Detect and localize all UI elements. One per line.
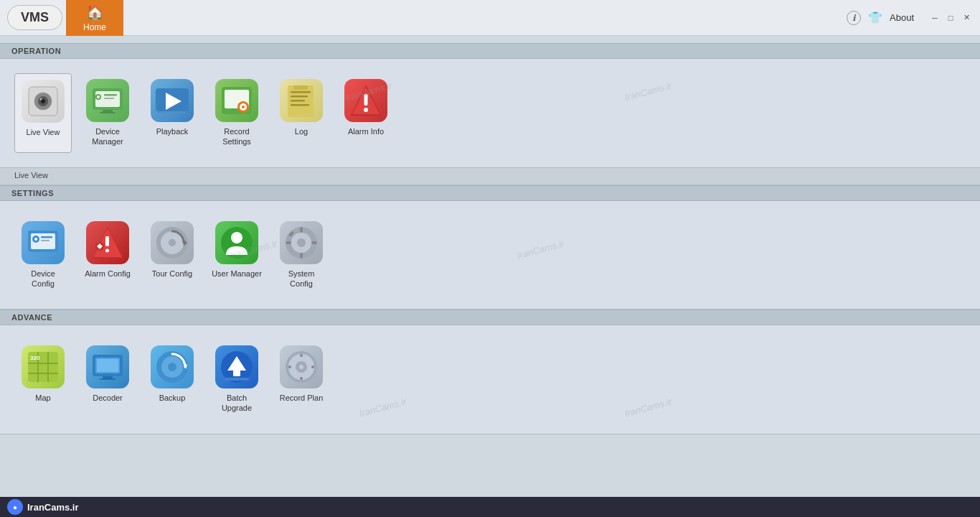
svg-rect-12 [100,112,116,113]
svg-point-45 [231,232,242,243]
app-icon-recordplan[interactable]: Record Plan [273,340,330,419]
svg-point-39 [105,248,109,252]
app-icon-systemconfig[interactable]: System Config [273,215,330,295]
app-icon-log[interactable]: Log [273,73,330,153]
svg-point-48 [297,238,306,247]
svg-rect-25 [291,96,308,98]
svg-rect-24 [291,91,311,93]
footer-bar: ● IranCams.ir [0,497,980,517]
svg-point-67 [168,363,176,371]
restore-button[interactable]: □ [944,11,957,24]
section-header-settings: SETTINGS [0,185,980,201]
svg-point-78 [300,377,303,380]
close-button[interactable]: ✕ [960,11,973,24]
tooltip-bar-operation: Live View [0,167,980,185]
app-icon-playback[interactable]: Playback [143,73,201,153]
svg-rect-64 [100,378,116,380]
svg-text:320: 320 [30,355,40,361]
map-icon: 320 [22,345,65,388]
recordsettings-label: Record Settings [222,126,251,147]
svg-rect-72 [225,378,249,381]
app-icon-decoder[interactable]: Decoder [79,340,136,419]
app-icon-usermgr[interactable]: User Manager [208,215,265,295]
svg-rect-10 [104,98,114,99]
log-label: Log [295,126,308,136]
playback-label: Playback [156,126,189,136]
app-icon-backup[interactable]: Backup [143,340,201,419]
usermgr-icon [215,221,258,264]
shirt-icon[interactable]: 👕 [868,11,882,24]
section-header-advance: ADVANCE [0,309,980,325]
playback-icon [151,79,194,122]
batchupgrade-icon [215,345,258,388]
section-content-advance: 320 Map Decoder Backup Batch Upgrade [0,325,980,434]
svg-rect-50 [300,253,303,258]
about-label[interactable]: About [890,12,914,23]
section-content-settings: Device Config Alarm Config Tour Config U… [0,201,980,309]
app-icon-alarmconfig[interactable]: Alarm Config [79,215,136,295]
titlebar-right: ℹ 👕 About ─ □ ✕ [847,11,973,25]
footer-logo-icon: ● [7,499,23,515]
systemconfig-label: System Config [288,269,315,289]
usermgr-label: User Manager [212,269,262,279]
svg-rect-63 [103,376,113,378]
svg-rect-35 [41,236,52,238]
app-icon-deviceconfig[interactable]: Device Config [14,215,72,295]
section-settings: SETTINGS Device Config Alarm Config Tour… [0,185,980,310]
svg-point-30 [364,108,368,112]
svg-point-77 [300,354,303,357]
svg-point-42 [169,239,176,246]
alarmconfig-label: Alarm Config [85,269,131,279]
backup-icon [151,345,194,388]
svg-point-22 [242,106,245,108]
titlebar: VMS 🏠 Home ℹ 👕 About ─ □ ✕ [0,0,980,36]
footer-logo-text: IranCams.ir [27,502,79,513]
devicemgr-label: Device Manager [92,126,123,147]
app-icon-recordsettings[interactable]: Record Settings [208,73,265,153]
vms-logo: VMS [7,5,62,30]
liveview-label: Live View [27,127,60,137]
svg-point-4 [40,98,42,101]
home-tab-label: Home [83,22,106,32]
tourconfig-icon [151,221,194,264]
svg-rect-71 [233,371,240,376]
home-icon: 🏠 [86,4,104,21]
svg-rect-11 [103,110,113,112]
svg-rect-51 [286,241,291,244]
recordplan-icon [280,345,323,388]
svg-point-34 [34,238,37,241]
log-icon [280,79,323,122]
svg-rect-62 [97,359,118,372]
svg-rect-28 [293,85,308,90]
app-icon-map[interactable]: 320 Map [14,340,72,419]
app-icon-tourconfig[interactable]: Tour Config [143,215,201,295]
svg-point-76 [299,365,303,369]
devicemgr-icon [86,79,129,122]
systemconfig-icon [280,221,323,264]
home-tab[interactable]: 🏠 Home [66,0,123,36]
app-icon-alarminfo[interactable]: Alarm Info [337,73,395,153]
deviceconfig-icon [22,221,65,264]
minimize-button[interactable]: ─ [928,11,941,24]
alarminfo-icon [344,79,387,122]
svg-point-8 [97,96,100,98]
svg-rect-9 [104,94,117,96]
svg-rect-15 [157,111,166,113]
alarminfo-label: Alarm Info [348,126,384,136]
svg-point-80 [311,365,314,368]
footer-logo: ● IranCams.ir [7,499,79,515]
svg-rect-49 [300,227,303,233]
section-advance: ADVANCE 320 Map Decoder Backup Batch Upg… [0,309,980,434]
app-icon-liveview[interactable]: Live View [14,73,72,153]
app-icon-batchupgrade[interactable]: Batch Upgrade [208,340,265,419]
svg-rect-27 [291,104,309,106]
svg-rect-36 [41,240,50,241]
svg-rect-16 [167,111,176,113]
alarmconfig-icon [86,221,129,264]
info-icon[interactable]: ℹ [847,11,861,25]
svg-rect-38 [105,236,109,246]
liveview-icon [22,80,65,123]
app-icon-devicemgr[interactable]: Device Manager [79,73,136,153]
svg-rect-26 [291,100,305,102]
svg-rect-52 [311,241,317,244]
